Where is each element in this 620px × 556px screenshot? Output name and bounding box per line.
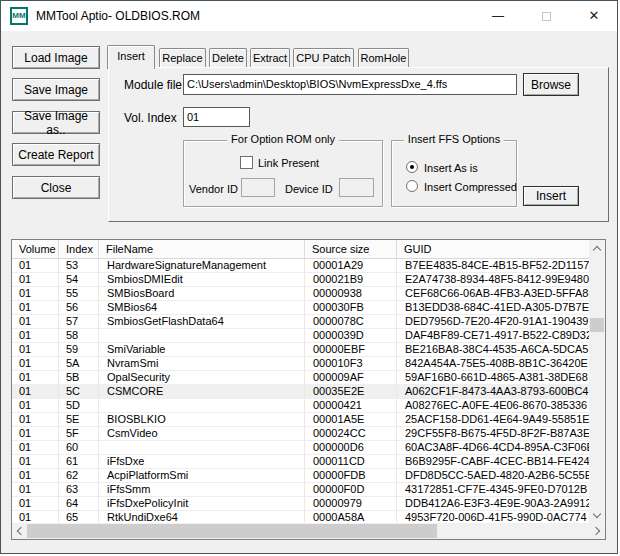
- table-row[interactable]: 0155SMBiosBoard00000938CEF68C66-06AB-4FB…: [12, 287, 589, 301]
- table-row[interactable]: 0163iFfsSmm00000F0D43172851-CF7E-4345-9F…: [12, 483, 589, 497]
- cell-index: 59: [59, 343, 99, 356]
- vendor-id-input[interactable]: [241, 178, 275, 197]
- mmtool-window: MM MMTool Aptio- OLDBIOS.ROM — ✕ Load Im…: [0, 0, 618, 554]
- maximize-button[interactable]: [523, 1, 569, 31]
- cell-guid: 25ACF158-DD61-4E64-9A49-55851E: [397, 413, 589, 426]
- cell-index: 5D: [59, 399, 99, 412]
- device-id-input[interactable]: [339, 178, 374, 197]
- column-header-source-size[interactable]: Source size: [305, 240, 397, 258]
- insert-tab-panel: Module file C:\Users\admin\Desktop\BIOS\…: [108, 67, 609, 222]
- cell-filename: SmbiosGetFlashData64: [99, 315, 305, 328]
- cell-index: 63: [59, 483, 99, 496]
- column-header-volume[interactable]: Volume: [12, 240, 59, 258]
- column-header-index[interactable]: Index: [59, 240, 99, 258]
- tab-extract[interactable]: Extract: [250, 48, 290, 67]
- save-image-as-button[interactable]: Save Image as..: [12, 111, 100, 134]
- cell-index: 53: [59, 259, 99, 272]
- cell-index: 55: [59, 287, 99, 300]
- table-row[interactable]: 01580000039DDAF4BF89-CE71-4917-B522-C89D…: [12, 329, 589, 343]
- cell-source-size: 000030FB: [305, 301, 397, 314]
- cell-volume: 01: [12, 385, 59, 398]
- close-button[interactable]: Close: [12, 176, 100, 199]
- link-present-checkbox[interactable]: [240, 156, 253, 169]
- save-image-button[interactable]: Save Image: [12, 78, 100, 101]
- table-row[interactable]: 0157SmbiosGetFlashData640000078CDED7956D…: [12, 315, 589, 329]
- cell-filename: [99, 441, 305, 454]
- cell-guid: CEF68C66-06AB-4FB3-A3ED-5FFA88: [397, 287, 589, 300]
- column-header-guid[interactable]: GUID: [397, 240, 589, 258]
- cell-index: 5C: [59, 385, 99, 398]
- vertical-scrollbar[interactable]: [589, 240, 605, 524]
- table-row[interactable]: 0156SMBios64000030FBB13EDD38-684C-41ED-A…: [12, 301, 589, 315]
- tab-insert[interactable]: Insert: [107, 45, 155, 69]
- column-header-filename[interactable]: FileName: [99, 240, 305, 258]
- insert-as-is-radio[interactable]: [406, 161, 418, 173]
- option-rom-groupbox: For Option ROM only Link Present Vendor …: [183, 140, 383, 207]
- cell-volume: 01: [12, 287, 59, 300]
- cell-source-size: 0000039D: [305, 329, 397, 342]
- table-row[interactable]: 015EBIOSBLKIO00001A5E25ACF158-DD61-4E64-…: [12, 413, 589, 427]
- module-file-input[interactable]: C:\Users\admin\Desktop\BIOS\NvmExpressDx…: [183, 74, 517, 95]
- create-report-button[interactable]: Create Report: [12, 143, 100, 166]
- scroll-left-icon[interactable]: [17, 527, 25, 535]
- cell-filename: HardwareSignatureManagement: [99, 259, 305, 272]
- cell-source-size: 00000FDB: [305, 469, 397, 482]
- tab-romhole[interactable]: RomHole: [358, 48, 409, 67]
- vol-index-label: Vol. Index: [124, 111, 177, 125]
- cell-filename: iFfsSmm: [99, 483, 305, 496]
- table-row[interactable]: 0153HardwareSignatureManagement00001A29B…: [12, 259, 589, 273]
- cell-volume: 01: [12, 469, 59, 482]
- cell-volume: 01: [12, 427, 59, 440]
- cell-guid: DDB412A6-E3F3-4E9E-90A3-2A9912: [397, 497, 589, 510]
- insert-button[interactable]: Insert: [523, 186, 579, 206]
- tab-replace[interactable]: Replace: [159, 48, 206, 67]
- cell-source-size: 000010F3: [305, 357, 397, 370]
- cell-volume: 01: [12, 357, 59, 370]
- cell-source-size: 00000F0D: [305, 483, 397, 496]
- scroll-up-icon[interactable]: [593, 246, 601, 254]
- tab-delete[interactable]: Delete: [209, 48, 247, 67]
- scroll-right-icon[interactable]: [592, 527, 600, 535]
- table-row[interactable]: 0159SmiVariable00000EBFBE216BA8-38C4-453…: [12, 343, 589, 357]
- close-window-button[interactable]: ✕: [571, 1, 617, 31]
- minimize-button[interactable]: —: [475, 1, 521, 31]
- cell-source-size: 00000421: [305, 399, 397, 412]
- cell-guid: A062CF1F-8473-4AA3-8793-600BC4: [397, 385, 589, 398]
- table-row[interactable]: 015D00000421A08276EC-A0FE-4E06-8670-3853…: [12, 399, 589, 413]
- cell-source-size: 000011CD: [305, 455, 397, 468]
- table-row[interactable]: 0162AcpiPlatformSmi00000FDBDFD8D5CC-5AED…: [12, 469, 589, 483]
- table-row[interactable]: 015FCsmVideo000024CC29CF55F8-B675-4F5D-8…: [12, 427, 589, 441]
- table-row[interactable]: 0161iFfsDxe000011CDB6B9295F-CABF-4CEC-BB…: [12, 455, 589, 469]
- table-row[interactable]: 0164iFfsDxePolicyInit00000979DDB412A6-E3…: [12, 497, 589, 511]
- table-row[interactable]: 0160000000D660AC3A8F-4D66-4CD4-895A-C3F0…: [12, 441, 589, 455]
- insert-compressed-radio[interactable]: [406, 180, 418, 192]
- table-row[interactable]: 015ANvramSmi000010F3842A454A-75E5-408B-8…: [12, 357, 589, 371]
- cell-guid: 60AC3A8F-4D66-4CD4-895A-C3F06E: [397, 441, 589, 454]
- load-image-button[interactable]: Load Image: [12, 46, 100, 69]
- ffs-options-groupbox: Insert FFS Options Insert As is Insert C…: [391, 140, 517, 207]
- cell-filename: BIOSBLKIO: [99, 413, 305, 426]
- insert-compressed-label: Insert Compressed: [424, 181, 517, 193]
- cell-index: 61: [59, 455, 99, 468]
- vertical-scroll-thumb[interactable]: [590, 318, 604, 332]
- tab-cpu-patch[interactable]: CPU Patch: [293, 48, 354, 67]
- cell-guid: 43172851-CF7E-4345-9FE0-D7012B: [397, 483, 589, 496]
- browse-button[interactable]: Browse: [523, 73, 579, 96]
- horizontal-scroll-thumb[interactable]: [27, 524, 437, 538]
- cell-guid: B7EE4835-84CE-4B15-BF52-2D1157: [397, 259, 589, 272]
- cell-volume: 01: [12, 301, 59, 314]
- table-row[interactable]: 0154SmbiosDMIEdit000021B9E2A74738-8934-4…: [12, 273, 589, 287]
- cell-filename: NvramSmi: [99, 357, 305, 370]
- cell-index: 5E: [59, 413, 99, 426]
- table-row[interactable]: 015BOpalSecurity000009AF59AF16B0-661D-48…: [12, 371, 589, 385]
- cell-guid: B13EDD38-684C-41ED-A305-D7B7E: [397, 301, 589, 314]
- table-row[interactable]: 015CCSMCORE00035E2EA062CF1F-8473-4AA3-87…: [12, 385, 589, 399]
- horizontal-scrollbar[interactable]: [12, 523, 605, 539]
- cell-volume: 01: [12, 497, 59, 510]
- vol-index-input[interactable]: 01: [183, 107, 250, 127]
- cell-guid: 29CF55F8-B675-4F5D-8F2F-B87A3E: [397, 427, 589, 440]
- cell-filename: SMBios64: [99, 301, 305, 314]
- scroll-down-icon[interactable]: [593, 510, 601, 518]
- cell-guid: DED7956D-7E20-4F20-91A1-190439: [397, 315, 589, 328]
- cell-filename: SmbiosDMIEdit: [99, 273, 305, 286]
